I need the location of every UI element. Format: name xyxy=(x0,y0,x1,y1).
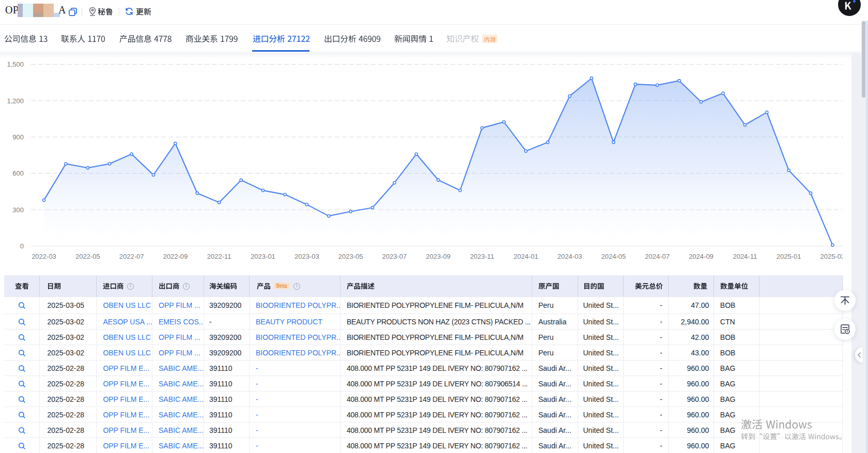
svg-text:900: 900 xyxy=(12,133,24,141)
svg-text:2022-07: 2022-07 xyxy=(119,253,144,260)
svg-text:2023-03: 2023-03 xyxy=(295,253,319,260)
svg-text:2023-09: 2023-09 xyxy=(426,253,451,260)
svg-text:2024-01: 2024-01 xyxy=(514,253,538,260)
svg-text:300: 300 xyxy=(12,206,24,214)
svg-text:2022-05: 2022-05 xyxy=(75,253,100,260)
svg-text:2023-11: 2023-11 xyxy=(470,253,494,260)
svg-text:2023-05: 2023-05 xyxy=(338,253,363,260)
svg-text:0: 0 xyxy=(20,242,24,250)
svg-text:2024-11: 2024-11 xyxy=(733,253,757,260)
svg-text:1,200: 1,200 xyxy=(7,97,24,105)
svg-text:2022-11: 2022-11 xyxy=(207,253,231,260)
svg-text:2022-09: 2022-09 xyxy=(163,253,188,260)
svg-text:2024-05: 2024-05 xyxy=(601,253,626,260)
svg-text:2023-07: 2023-07 xyxy=(382,253,407,260)
svg-text:2025-03: 2025-03 xyxy=(820,253,843,260)
svg-text:2024-03: 2024-03 xyxy=(557,253,582,260)
svg-text:2025-01: 2025-01 xyxy=(777,253,801,260)
svg-text:2024-09: 2024-09 xyxy=(689,253,714,260)
svg-text:1,500: 1,500 xyxy=(7,60,24,68)
svg-text:2024-07: 2024-07 xyxy=(645,253,670,260)
svg-text:2023-01: 2023-01 xyxy=(251,253,275,260)
svg-text:600: 600 xyxy=(12,169,24,177)
svg-text:2022-03: 2022-03 xyxy=(32,253,56,260)
